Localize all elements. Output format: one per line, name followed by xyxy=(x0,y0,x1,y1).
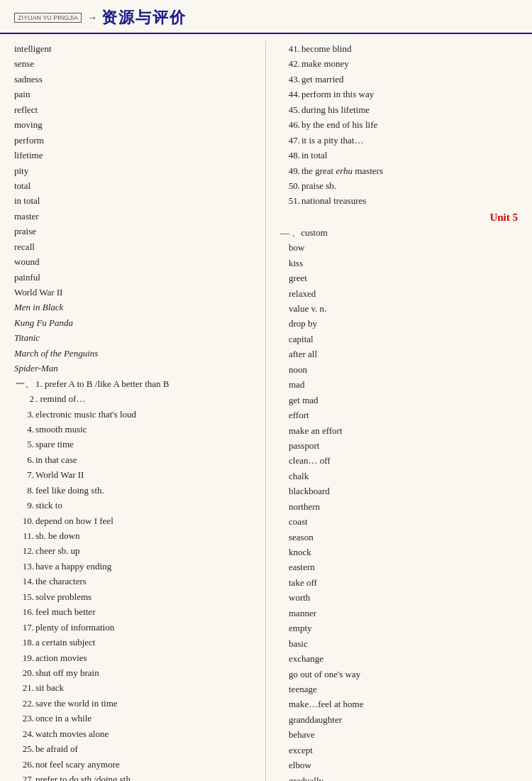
word-item: sadness xyxy=(14,72,258,87)
numbered-item: 16. feel much better xyxy=(14,604,258,619)
numbered-item: 25. be afraid of xyxy=(14,741,258,756)
numbered-item: 2. remind of… xyxy=(14,391,258,406)
word-item: elbow xyxy=(280,758,518,772)
header-title: 资源与评价 xyxy=(101,7,187,28)
word-item: manner xyxy=(280,606,518,621)
numbered-item: 51. national treasures xyxy=(280,193,518,208)
word-item: season xyxy=(280,530,518,545)
word-item: capital xyxy=(280,332,518,346)
word-item: total xyxy=(14,178,258,193)
numbered-item: 47. it is a pity that… xyxy=(280,133,518,148)
word-item: lifetime xyxy=(14,148,258,163)
word-item: gradually xyxy=(280,773,518,781)
numbered-list: 一、1. prefer A to B /like A better than B… xyxy=(14,376,258,781)
word-item: intelligent xyxy=(14,41,258,56)
numbered-item: 26. not feel scary anymore xyxy=(14,757,258,772)
word-item: take off xyxy=(280,575,518,590)
word-item: master xyxy=(14,209,258,224)
unit5-word-list: — 、custombowkissgreetrelaxedvalue v. n.d… xyxy=(280,225,518,781)
word-item: value v. n. xyxy=(280,301,518,316)
word-item: chalk xyxy=(280,469,518,484)
word-item: effort xyxy=(280,408,518,422)
numbered-item: 17. plenty of information xyxy=(14,620,258,635)
word-item: in total xyxy=(14,193,258,208)
word-item: northern xyxy=(280,499,518,514)
word-item: Titanic xyxy=(14,330,258,345)
numbered-item: 27. prefer to do sth./doing sth. xyxy=(14,772,258,781)
numbered-item: 44. perform in this way xyxy=(280,87,518,102)
word-item: empty xyxy=(280,621,518,635)
word-item: blackboard xyxy=(280,484,518,498)
word-item: get mad xyxy=(280,393,518,408)
word-item: after all xyxy=(280,346,518,361)
word-item: eastern xyxy=(280,559,518,574)
word-item: noon xyxy=(280,362,518,377)
numbered-item: 8. feel like doing sth. xyxy=(14,483,258,498)
header: ZIYUAN YU PINGJIA → 资源与评价 xyxy=(0,0,532,34)
arrow-icon: → xyxy=(87,12,97,23)
word-item: except xyxy=(280,743,518,758)
word-item: relaxed xyxy=(280,286,518,301)
right-column: 41. become blind42. make money43. get ma… xyxy=(266,41,518,781)
numbered-item: 19. action movies xyxy=(14,650,258,665)
numbered-item: 10. depend on how I feel xyxy=(14,513,258,528)
word-item: make an effort xyxy=(280,423,518,438)
word-item: coast xyxy=(280,514,518,529)
word-item: Men in Black xyxy=(14,300,258,315)
word-item: praise xyxy=(14,224,258,239)
word-item: go out of one's way xyxy=(280,667,518,682)
numbered-item: 13. have a happy ending xyxy=(14,559,258,574)
unit5-heading: Unit 5 xyxy=(280,212,518,224)
word-item: reflect xyxy=(14,102,258,117)
page: ZIYUAN YU PINGJIA → 资源与评价 intelligentsen… xyxy=(0,0,532,781)
word-item: — 、custom xyxy=(280,225,518,240)
word-item: Spider-Man xyxy=(14,361,258,376)
numbered-item: 41. become blind xyxy=(280,41,518,56)
numbered-item: 20. shut off my brain xyxy=(14,665,258,680)
numbered-item: 18. a certain subject xyxy=(14,635,258,650)
numbered-item: 23. once in a while xyxy=(14,711,258,726)
word-item: World War II xyxy=(14,285,258,300)
word-item: worth xyxy=(280,590,518,605)
word-item: passport xyxy=(280,438,518,453)
numbered-item: 48. in total xyxy=(280,148,518,163)
word-item: teenage xyxy=(280,682,518,697)
numbered-item: 5. spare time xyxy=(14,437,258,452)
word-item: pity xyxy=(14,163,258,178)
numbered-item: 15. solve problems xyxy=(14,589,258,604)
word-item: moving xyxy=(14,117,258,132)
word-item: March of the Penguins xyxy=(14,346,258,361)
word-item: mad xyxy=(280,377,518,392)
word-item: sense xyxy=(14,56,258,71)
word-item: clean… off xyxy=(280,453,518,468)
numbered-item: 9. stick to xyxy=(14,498,258,513)
numbered-item: 21. sit back xyxy=(14,680,258,695)
word-item: drop by xyxy=(280,316,518,331)
numbered-item: 46. by the end of his life xyxy=(280,117,518,132)
numbered-item: 45. during his lifetime xyxy=(280,102,518,117)
numbered-item: 3. electronic music that's loud xyxy=(14,407,258,422)
numbered-item: 43. get married xyxy=(280,72,518,87)
content-area: intelligentsensesadnesspainreflectmoving… xyxy=(0,34,532,781)
numbered-item: 11. sb. be down xyxy=(14,528,258,543)
word-item: knock xyxy=(280,545,518,559)
numbered-item: 49. the great erhu masters xyxy=(280,163,518,178)
word-list: intelligentsensesadnesspainreflectmoving… xyxy=(14,41,258,376)
word-item: granddaughter xyxy=(280,712,518,727)
numbered-item: 一、1. prefer A to B /like A better than B xyxy=(14,376,258,391)
left-column: intelligentsensesadnesspainreflectmoving… xyxy=(14,41,266,781)
numbered-41-51: 41. become blind42. make money43. get ma… xyxy=(280,41,518,209)
word-item: pain xyxy=(14,87,258,102)
numbered-item: 42. make money xyxy=(280,56,518,71)
numbered-item: 22. save the world in time xyxy=(14,696,258,711)
numbered-item: 4. smooth music xyxy=(14,422,258,437)
logo: ZIYUAN YU PINGJIA xyxy=(14,13,82,23)
word-item: wound xyxy=(14,254,258,269)
word-item: greet xyxy=(280,271,518,285)
numbered-item: 24. watch movies alone xyxy=(14,726,258,741)
numbered-item: 7. World War II xyxy=(14,467,258,482)
word-item: Kung Fu Panda xyxy=(14,315,258,330)
word-item: bow xyxy=(280,240,518,255)
word-item: perform xyxy=(14,133,258,148)
word-item: painful xyxy=(14,270,258,285)
